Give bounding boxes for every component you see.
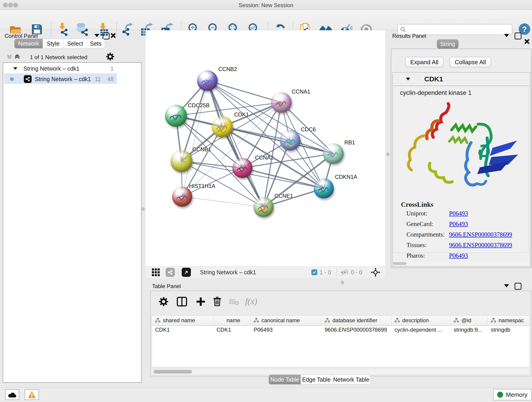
selected-count-label: 1 - 0 (320, 269, 331, 276)
tab-sets[interactable]: Sets (87, 39, 105, 48)
collapse-all-button[interactable]: Collapse All (450, 57, 491, 67)
control-panel-undock-button[interactable] (103, 32, 109, 39)
network-node-CCNE1[interactable] (253, 197, 273, 217)
results-panel-close-button[interactable] (524, 38, 530, 45)
birdseye-view-button[interactable] (152, 268, 160, 276)
control-panel-close-button[interactable] (110, 32, 116, 38)
cell-name[interactable]: CDK1 (213, 325, 250, 334)
cell-shared-name[interactable]: CDK1 (152, 325, 213, 334)
network-node-HIST1H1A[interactable] (172, 186, 192, 207)
protein-glyph (274, 97, 289, 112)
network-view-toolbar: String Network – cdk1 1 - 0 0 - 0 (146, 266, 385, 278)
left-splitter-handle[interactable] (142, 207, 145, 211)
table-row[interactable]: CDK1 CDK1 P06493 9606.ENSP00000378699 cy… (152, 325, 530, 334)
column-header-canonical-name[interactable]: canonical name (250, 316, 322, 325)
network-node-CDC6[interactable] (280, 130, 300, 151)
genecard-link[interactable]: P06493 (449, 220, 468, 228)
pharos-link[interactable]: P06493 (449, 252, 468, 259)
cell-id[interactable]: stringdb:9... (450, 325, 488, 334)
table-hscrollbar-thumb[interactable] (153, 370, 192, 374)
network-collection-row[interactable]: String Network – cdk1 1 (3, 63, 141, 74)
delete-column-button[interactable] (213, 296, 222, 307)
fit-selected-crosshair-button[interactable] (371, 268, 380, 277)
hidden-count-eye-icon (340, 269, 348, 276)
column-header-id[interactable]: @id (450, 316, 488, 325)
export-network-icon (121, 23, 134, 36)
tab-network-table[interactable]: Network Table (332, 375, 370, 384)
network-node-CCNA1[interactable] (271, 92, 292, 113)
results-panel-float-button[interactable] (504, 34, 509, 37)
column-header-name[interactable]: name (213, 316, 250, 325)
control-panel-title: Control Panel (5, 33, 38, 39)
import-network-database-button[interactable] (75, 22, 89, 36)
gene-section-header[interactable]: CDK1 (393, 73, 530, 86)
table-panel-float-button[interactable] (504, 284, 509, 287)
tab-edge-table[interactable]: Edge Table (301, 375, 332, 384)
function-builder-button[interactable]: f(x) (245, 296, 257, 306)
create-column-button[interactable] (196, 297, 206, 307)
export-network-button[interactable] (120, 22, 134, 36)
gene-description: cyclin-dependent kinase 1 (400, 89, 472, 96)
network-canvas[interactable]: CCNB2CCNA1CDC25BCDK1CDC6RB1CCNB1CCNA2CDK… (146, 30, 385, 266)
network-node-CDK1[interactable] (212, 116, 233, 137)
search-input[interactable] (408, 26, 512, 33)
string-view-button[interactable] (166, 268, 175, 277)
tab-network[interactable]: Network (14, 39, 43, 48)
results-panel-undock-button[interactable] (515, 32, 521, 39)
import-network-file-button[interactable] (56, 22, 70, 36)
table-hscrollbar[interactable] (152, 370, 529, 374)
popout-view-button[interactable] (182, 268, 191, 277)
column-header-description[interactable]: description (391, 316, 450, 325)
compartments-link[interactable]: 9606.ENSP00000378699 (449, 231, 512, 238)
cell-namespace[interactable]: stringdb (488, 325, 530, 334)
memory-button[interactable]: Memory (493, 389, 532, 400)
cloud-status-button[interactable] (5, 389, 19, 400)
column-header-database-identifier[interactable]: database identifier (322, 316, 391, 325)
hierarchy-icon (254, 318, 259, 323)
hierarchy-icon (155, 318, 161, 323)
tissues-link[interactable]: 9606.ENSP00000378699 (449, 242, 512, 249)
node-label-CDC6: CDC6 (301, 126, 316, 133)
delete-table-button[interactable] (229, 298, 239, 305)
network-selection-status: 1 of 1 Network selected (0, 54, 117, 61)
network-node-CCNB2[interactable] (197, 70, 218, 91)
warnings-button[interactable] (25, 389, 39, 400)
node-label-RB1: RB1 (344, 139, 355, 146)
network-node-CCNB1[interactable] (171, 150, 192, 172)
hierarchy-icon (491, 318, 496, 323)
selected-count-checkbox[interactable] (311, 269, 317, 275)
protein-glyph (215, 121, 230, 137)
control-panel-float-button[interactable] (94, 34, 99, 37)
expand-all-button[interactable]: Expand All (405, 57, 443, 67)
split-table-button[interactable] (176, 296, 188, 307)
network-node-CCNA2[interactable] (232, 158, 253, 178)
network-options-gear-button[interactable] (106, 52, 114, 61)
cell-description[interactable]: cyclin-dependent ... (391, 325, 450, 334)
tab-node-table[interactable]: Node Table (269, 375, 301, 384)
collection-count: 1 (110, 65, 114, 72)
main-toolbar: ? (0, 10, 532, 30)
results-hscrollbar-thumb[interactable] (392, 262, 406, 265)
table-options-gear-button[interactable] (158, 297, 169, 307)
tab-style[interactable]: Style (43, 39, 64, 48)
uniprot-link[interactable]: P06493 (449, 210, 468, 217)
cell-canonical-name[interactable]: P06493 (250, 325, 322, 334)
right-splitter-handle[interactable] (386, 153, 389, 156)
results-hscrollbar[interactable] (392, 262, 529, 265)
column-header-shared-name[interactable]: shared name (152, 316, 213, 325)
table-panel-undock-button[interactable] (515, 283, 521, 290)
bottom-splitter-handle[interactable] (341, 281, 344, 284)
collection-expander-icon[interactable] (13, 67, 17, 70)
hierarchy-icon (325, 318, 330, 323)
table-panel-body: f(x) shared name name canonical name dat… (150, 291, 532, 376)
network-node-CDKN1A[interactable] (314, 178, 334, 198)
cell-database-identifier[interactable]: 9606.ENSP00000378699 (322, 325, 391, 334)
tab-string-results[interactable]: String (437, 39, 458, 49)
tab-select[interactable]: Select (63, 39, 87, 48)
network-node-CDC25B[interactable] (165, 105, 187, 127)
gene-expander-icon[interactable] (406, 78, 410, 80)
network-row-label: String Network – cdk1 (35, 76, 91, 83)
column-header-namespace[interactable]: namespac (488, 316, 530, 325)
network-node-RB1[interactable] (323, 143, 344, 164)
network-row[interactable]: String Network – cdk1 11 48 (3, 74, 141, 84)
